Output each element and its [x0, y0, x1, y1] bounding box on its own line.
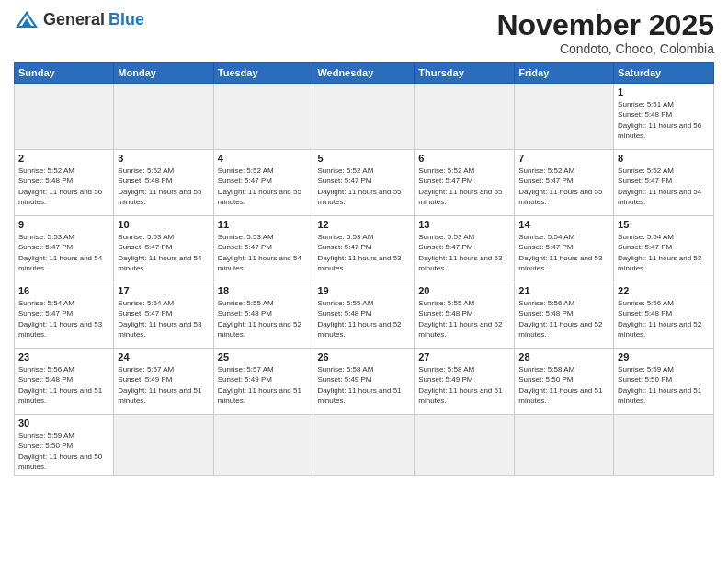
day-info: Sunrise: 5:52 AMSunset: 5:48 PMDaylight:… — [18, 166, 109, 207]
day-info: Sunrise: 5:52 AMSunset: 5:47 PMDaylight:… — [317, 166, 410, 207]
logo: GeneralBlue — [14, 9, 144, 29]
location: Condoto, Choco, Colombia — [496, 41, 714, 56]
calendar-cell: 18Sunrise: 5:55 AMSunset: 5:48 PMDayligh… — [213, 282, 313, 349]
day-number: 13 — [418, 219, 510, 230]
calendar-cell: 26Sunrise: 5:58 AMSunset: 5:49 PMDayligh… — [313, 349, 415, 415]
day-number: 11 — [218, 219, 310, 230]
day-number: 29 — [618, 351, 710, 362]
day-info: Sunrise: 5:57 AMSunset: 5:49 PMDaylight:… — [218, 364, 310, 406]
day-info: Sunrise: 5:57 AMSunset: 5:49 PMDaylight:… — [118, 364, 209, 406]
calendar-cell: 11Sunrise: 5:53 AMSunset: 5:47 PMDayligh… — [213, 216, 313, 282]
calendar-cell: 19Sunrise: 5:55 AMSunset: 5:48 PMDayligh… — [313, 282, 415, 349]
day-number: 14 — [518, 219, 609, 230]
calendar-cell — [415, 84, 515, 150]
calendar-cell — [313, 84, 415, 150]
day-info: Sunrise: 5:53 AMSunset: 5:47 PMDaylight:… — [317, 232, 410, 273]
day-number: 6 — [418, 153, 510, 164]
day-info: Sunrise: 5:53 AMSunset: 5:47 PMDaylight:… — [18, 232, 109, 273]
calendar-cell — [15, 84, 114, 150]
day-number: 30 — [18, 418, 109, 429]
day-info: Sunrise: 5:58 AMSunset: 5:50 PMDaylight:… — [518, 364, 609, 406]
day-header-wednesday: Wednesday — [313, 63, 415, 84]
logo-area: GeneralBlue — [14, 9, 144, 29]
calendar-week-2: 9Sunrise: 5:53 AMSunset: 5:47 PMDaylight… — [15, 216, 714, 282]
day-number: 5 — [317, 153, 410, 164]
day-info: Sunrise: 5:54 AMSunset: 5:47 PMDaylight:… — [118, 298, 209, 339]
calendar-cell: 15Sunrise: 5:54 AMSunset: 5:47 PMDayligh… — [614, 216, 714, 282]
day-number: 23 — [18, 351, 109, 362]
calendar-cell: 10Sunrise: 5:53 AMSunset: 5:47 PMDayligh… — [114, 216, 213, 282]
day-info: Sunrise: 5:52 AMSunset: 5:47 PMDaylight:… — [518, 166, 609, 207]
day-info: Sunrise: 5:54 AMSunset: 5:47 PMDaylight:… — [18, 298, 109, 339]
day-info: Sunrise: 5:56 AMSunset: 5:48 PMDaylight:… — [18, 364, 109, 406]
calendar-cell — [415, 415, 515, 476]
day-number: 8 — [618, 153, 710, 164]
calendar-table: SundayMondayTuesdayWednesdayThursdayFrid… — [14, 62, 714, 476]
day-number: 16 — [18, 285, 109, 296]
calendar-cell: 21Sunrise: 5:56 AMSunset: 5:48 PMDayligh… — [515, 282, 614, 349]
calendar-cell — [114, 84, 213, 150]
day-number: 20 — [418, 285, 510, 296]
day-header-tuesday: Tuesday — [213, 63, 313, 84]
calendar-cell: 4Sunrise: 5:52 AMSunset: 5:47 PMDaylight… — [213, 150, 313, 216]
day-info: Sunrise: 5:54 AMSunset: 5:47 PMDaylight:… — [618, 232, 710, 273]
day-info: Sunrise: 5:54 AMSunset: 5:47 PMDaylight:… — [518, 232, 609, 273]
day-info: Sunrise: 5:52 AMSunset: 5:47 PMDaylight:… — [418, 166, 510, 207]
day-number: 22 — [618, 285, 710, 296]
day-number: 26 — [317, 351, 410, 362]
calendar-cell: 16Sunrise: 5:54 AMSunset: 5:47 PMDayligh… — [15, 282, 114, 349]
calendar-cell: 13Sunrise: 5:53 AMSunset: 5:47 PMDayligh… — [415, 216, 515, 282]
day-number: 24 — [118, 351, 209, 362]
calendar-cell — [515, 84, 614, 150]
logo-icon — [14, 9, 40, 29]
calendar-cell: 1Sunrise: 5:51 AMSunset: 5:48 PMDaylight… — [614, 84, 714, 150]
calendar-cell: 27Sunrise: 5:58 AMSunset: 5:49 PMDayligh… — [415, 349, 515, 415]
day-info: Sunrise: 5:59 AMSunset: 5:50 PMDaylight:… — [618, 364, 710, 406]
day-info: Sunrise: 5:53 AMSunset: 5:47 PMDaylight:… — [118, 232, 209, 273]
day-number: 18 — [218, 285, 310, 296]
calendar-week-4: 23Sunrise: 5:56 AMSunset: 5:48 PMDayligh… — [15, 349, 714, 415]
calendar-cell: 2Sunrise: 5:52 AMSunset: 5:48 PMDaylight… — [15, 150, 114, 216]
page: GeneralBlue November 2025 Condoto, Choco… — [0, 0, 728, 563]
calendar-week-5: 30Sunrise: 5:59 AMSunset: 5:50 PMDayligh… — [15, 415, 714, 476]
header: GeneralBlue November 2025 Condoto, Choco… — [14, 9, 714, 56]
day-info: Sunrise: 5:55 AMSunset: 5:48 PMDaylight:… — [418, 298, 510, 339]
day-info: Sunrise: 5:55 AMSunset: 5:48 PMDaylight:… — [317, 298, 410, 339]
calendar-cell: 3Sunrise: 5:52 AMSunset: 5:48 PMDaylight… — [114, 150, 213, 216]
calendar-week-0: 1Sunrise: 5:51 AMSunset: 5:48 PMDaylight… — [15, 84, 714, 150]
day-info: Sunrise: 5:59 AMSunset: 5:50 PMDaylight:… — [18, 431, 109, 472]
day-number: 7 — [518, 153, 609, 164]
day-info: Sunrise: 5:52 AMSunset: 5:47 PMDaylight:… — [618, 166, 710, 207]
calendar-cell: 8Sunrise: 5:52 AMSunset: 5:47 PMDaylight… — [614, 150, 714, 216]
day-number: 27 — [418, 351, 510, 362]
day-header-sunday: Sunday — [15, 63, 114, 84]
calendar-cell: 12Sunrise: 5:53 AMSunset: 5:47 PMDayligh… — [313, 216, 415, 282]
day-number: 15 — [618, 219, 710, 230]
day-number: 25 — [218, 351, 310, 362]
calendar-cell: 30Sunrise: 5:59 AMSunset: 5:50 PMDayligh… — [15, 415, 114, 476]
day-number: 10 — [118, 219, 209, 230]
calendar-cell — [114, 415, 213, 476]
day-info: Sunrise: 5:53 AMSunset: 5:47 PMDaylight:… — [418, 232, 510, 273]
title-area: November 2025 Condoto, Choco, Colombia — [496, 9, 714, 56]
calendar-cell: 6Sunrise: 5:52 AMSunset: 5:47 PMDaylight… — [415, 150, 515, 216]
calendar-cell — [213, 415, 313, 476]
calendar-cell: 28Sunrise: 5:58 AMSunset: 5:50 PMDayligh… — [515, 349, 614, 415]
day-info: Sunrise: 5:52 AMSunset: 5:47 PMDaylight:… — [218, 166, 310, 207]
day-number: 17 — [118, 285, 209, 296]
day-number: 19 — [317, 285, 410, 296]
calendar-cell: 24Sunrise: 5:57 AMSunset: 5:49 PMDayligh… — [114, 349, 213, 415]
calendar-week-1: 2Sunrise: 5:52 AMSunset: 5:48 PMDaylight… — [15, 150, 714, 216]
calendar-cell: 20Sunrise: 5:55 AMSunset: 5:48 PMDayligh… — [415, 282, 515, 349]
calendar-cell: 7Sunrise: 5:52 AMSunset: 5:47 PMDaylight… — [515, 150, 614, 216]
day-header-thursday: Thursday — [415, 63, 515, 84]
day-info: Sunrise: 5:56 AMSunset: 5:48 PMDaylight:… — [618, 298, 710, 339]
day-info: Sunrise: 5:53 AMSunset: 5:47 PMDaylight:… — [218, 232, 310, 273]
day-number: 9 — [18, 219, 109, 230]
month-title: November 2025 — [496, 9, 714, 41]
calendar-cell: 25Sunrise: 5:57 AMSunset: 5:49 PMDayligh… — [213, 349, 313, 415]
calendar-cell — [515, 415, 614, 476]
calendar-cell — [213, 84, 313, 150]
day-info: Sunrise: 5:58 AMSunset: 5:49 PMDaylight:… — [317, 364, 410, 406]
calendar-cell: 22Sunrise: 5:56 AMSunset: 5:48 PMDayligh… — [614, 282, 714, 349]
